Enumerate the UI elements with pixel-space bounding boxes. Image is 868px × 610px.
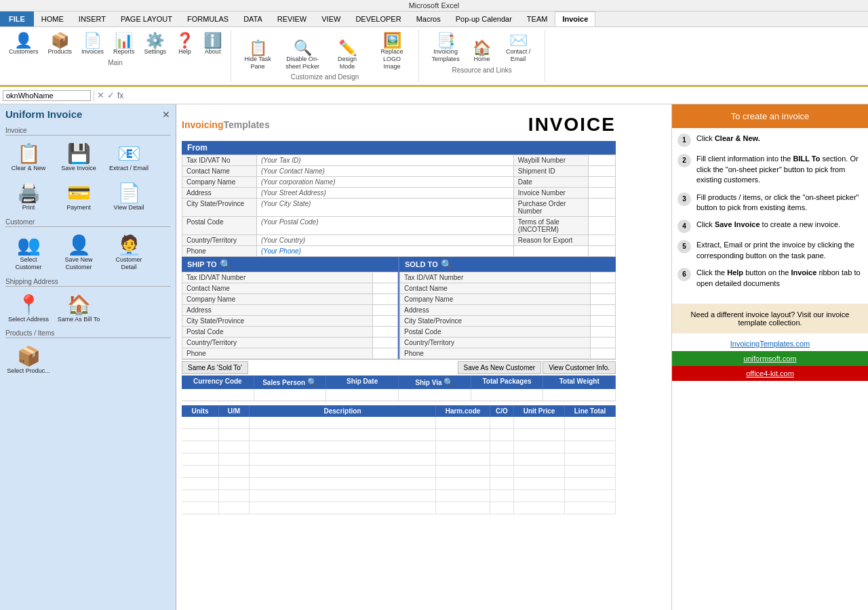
ribbon-tab-file[interactable]: FILE (0, 12, 34, 26)
ship-value-address[interactable] (373, 305, 398, 316)
ribbon-tab-developer[interactable]: DEVELOPER (348, 12, 408, 26)
task-item-print[interactable]: 🖨️ Print (5, 179, 52, 214)
ribbon-btn-customers[interactable]: 👤 Customers (5, 31, 42, 58)
table-row: Company Name (400, 294, 616, 305)
ribbon-btn-replace-logo[interactable]: 🖼️ Replace LOGO Image (371, 31, 413, 72)
from-value-city[interactable]: (Your City State) (257, 199, 514, 217)
invoices-icon: 📄 (83, 33, 102, 48)
ribbon-btn-design-mode[interactable]: ✏️ Design Mode (326, 39, 368, 73)
disable-onsheet-icon: 🔍 (294, 41, 312, 56)
task-item-payment[interactable]: 💳 Payment (56, 179, 102, 214)
ribbon-btn-products[interactable]: 📦 Products (45, 31, 76, 58)
function-button[interactable]: fx (117, 91, 123, 100)
ribbon-btn-home[interactable]: 🏠 Home (469, 39, 494, 65)
task-item-save-invoice[interactable]: 💾 Save Invoice (56, 140, 102, 175)
ribbon-tab-insert[interactable]: INSERT (71, 12, 113, 26)
from-value-taxid[interactable]: (Your Tax ID) (257, 155, 514, 166)
from-value-company[interactable]: (Your corporation Name) (257, 177, 514, 188)
save-as-new-customer-button[interactable]: Save As New Customer (458, 361, 542, 374)
sold-value-taxid[interactable] (591, 272, 616, 283)
view-customer-info-button[interactable]: View Customer Info. (542, 361, 616, 374)
from-value-contact[interactable]: (Your Contact Name) (257, 166, 514, 177)
link-uniformsoft[interactable]: uniformsoft.com (672, 351, 868, 366)
ship-value-city[interactable] (373, 316, 398, 327)
task-item-customer-detail[interactable]: 🧑‍💼 Customer Detail (106, 231, 152, 274)
task-item-extract-email[interactable]: 📧 Extract / Email (106, 140, 152, 175)
sold-value-contact[interactable] (591, 283, 616, 294)
sold-to-picker-button[interactable]: 🔍 (441, 259, 452, 270)
meta-value-salesperson[interactable] (254, 389, 327, 401)
ribbon-btn-disable-onsheet[interactable]: 🔍 Disable On-sheet Picker (281, 39, 323, 73)
ship-value-contact[interactable] (373, 283, 398, 294)
invoice-meta-values (182, 389, 616, 401)
from-value-address[interactable]: (Your Street Address) (257, 188, 514, 199)
same-as-sold-button[interactable]: Same As 'Sold To' (182, 361, 248, 374)
ribbon-tab-home[interactable]: HOME (34, 12, 71, 26)
task-pane-close-button[interactable]: ✕ (162, 109, 170, 120)
from-value-po[interactable] (588, 199, 615, 217)
ribbon-tab-page-layout[interactable]: PAGE LAYOUT (113, 12, 180, 26)
sold-value-city[interactable] (591, 316, 616, 327)
ribbon-tab-formulas[interactable]: FORMULAS (180, 12, 236, 26)
from-value-date[interactable] (588, 177, 615, 188)
ribbon-tab-pop-up-calendar[interactable]: Pop-up Calendar (448, 12, 519, 26)
ship-value-postal[interactable] (373, 327, 398, 338)
cancel-button[interactable]: ✕ (97, 90, 104, 100)
ship-value-taxid[interactable] (373, 272, 398, 283)
sold-value-company[interactable] (591, 294, 616, 305)
ribbon-btn-about[interactable]: ℹ️ About (200, 31, 225, 58)
from-value-country[interactable]: (Your Country) (257, 235, 514, 246)
ribbon-btn-invoices[interactable]: 📄 Invoices (78, 31, 107, 58)
ribbon-tab-data[interactable]: DATA (236, 12, 270, 26)
sold-value-phone[interactable] (591, 348, 616, 359)
ship-to-picker-button[interactable]: 🔍 (220, 259, 231, 270)
task-item-clear-new[interactable]: 📋 Clear & New (5, 140, 52, 175)
task-item-select-address[interactable]: 📍 Select Address (5, 291, 52, 326)
sold-value-country[interactable] (591, 338, 616, 348)
ribbon-tab-view[interactable]: VIEW (314, 12, 348, 26)
ribbon-group-resources: 📑 Invoicing Templates 🏠 Home ✉️ Contact … (419, 30, 545, 82)
ribbon-btn-invoicing-templates[interactable]: 📑 Invoicing Templates (425, 31, 467, 65)
task-section-invoice: Invoice 📋 Clear & New 💾 Save Invoice 📧 E… (5, 127, 170, 216)
from-value-waybill[interactable] (588, 155, 615, 166)
from-value-shipment[interactable] (588, 166, 615, 177)
task-item-save-new-customer[interactable]: 👤 Save New Customer (56, 231, 102, 274)
from-value-invoice-num[interactable] (588, 188, 615, 199)
task-item-select-customer[interactable]: 👥 Select Customer (5, 231, 52, 274)
link-invoicing-templates[interactable]: InvoicingTemplates.com (672, 336, 868, 351)
task-item-select-product[interactable]: 📦 Select Produc... (5, 342, 52, 378)
sold-value-address[interactable] (591, 305, 616, 316)
step-text-2: Fill client information into the BILL To… (696, 154, 863, 185)
ribbon-btn-hide-task[interactable]: 📋 Hide Task Pane (237, 39, 279, 73)
ribbon-btn-settings[interactable]: ⚙️ Settings (141, 31, 170, 58)
settings-icon: ⚙️ (146, 33, 164, 48)
task-item-view-detail[interactable]: 📄 View Detail (106, 179, 152, 214)
ribbon-btn-contact-email[interactable]: ✉️ Contact / Email (497, 31, 539, 65)
ribbon-tab-review[interactable]: REVIEW (270, 12, 314, 26)
sold-value-postal[interactable] (591, 327, 616, 338)
ribbon-btn-reports[interactable]: 📊 Reports (110, 31, 138, 58)
task-item-same-as-bill[interactable]: 🏠 Same As Bill To (56, 291, 102, 326)
ship-value-company[interactable] (373, 294, 398, 305)
from-value-reason[interactable] (588, 235, 615, 246)
meta-value-packages[interactable] (471, 389, 544, 401)
meta-value-shipvia[interactable] (399, 389, 471, 401)
meta-value-weight[interactable] (543, 389, 616, 401)
confirm-button[interactable]: ✓ (107, 90, 115, 100)
link-office4kit[interactable]: office4-kit.com (672, 366, 868, 381)
from-value-postal[interactable]: (Your Postal Code) (257, 217, 514, 235)
meta-value-shipdate[interactable] (326, 389, 399, 401)
ship-value-phone[interactable] (373, 348, 398, 359)
ribbon-tab-macros[interactable]: Macros (409, 12, 448, 26)
ribbon-tab-invoice[interactable]: Invoice (555, 12, 595, 26)
meta-value-currency[interactable] (182, 389, 254, 401)
from-value-phone[interactable]: (Your Phone) (257, 246, 514, 257)
ribbon-btn-help[interactable]: ❓ Help (172, 31, 197, 58)
sheet-area: InvoicingTemplates INVOICE From Tax ID/V… (176, 104, 671, 610)
formula-input[interactable] (126, 91, 865, 100)
ship-value-country[interactable] (373, 338, 398, 348)
from-value-terms[interactable] (588, 217, 615, 235)
name-box[interactable] (3, 90, 91, 101)
customer-detail-label: Customer Detail (107, 256, 151, 271)
ribbon-tab-team[interactable]: TEAM (519, 12, 555, 26)
